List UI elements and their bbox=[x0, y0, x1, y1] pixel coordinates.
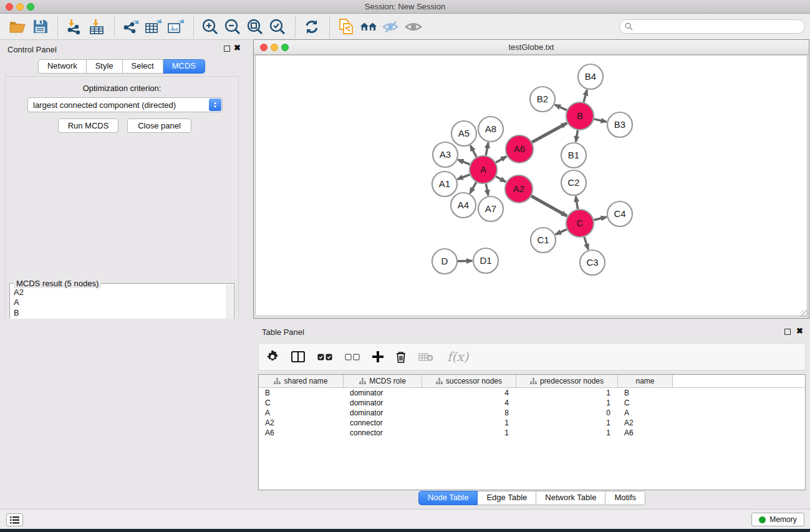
import-table-icon[interactable] bbox=[88, 18, 105, 36]
result-item[interactable]: A2 bbox=[14, 288, 227, 297]
hide-selected-icon[interactable] bbox=[382, 18, 400, 36]
graph-edge-C-C3[interactable] bbox=[584, 237, 588, 249]
graph-node-B3[interactable]: B3 bbox=[607, 112, 632, 137]
graph-node-B4[interactable]: B4 bbox=[578, 64, 603, 89]
graph-node-C2[interactable]: C2 bbox=[561, 170, 586, 195]
table-row[interactable]: Bdominator41B bbox=[259, 388, 805, 398]
table-cell[interactable]: B bbox=[259, 388, 344, 398]
graph-node-A5[interactable]: A5 bbox=[451, 121, 476, 146]
graph-node-C4[interactable]: C4 bbox=[607, 201, 632, 226]
network-canvas[interactable]: B4B2BB3A8A5A6B1A3AC2A1A2A4A7C4CC1DD1C3 bbox=[255, 55, 808, 316]
settings-gear-icon[interactable] bbox=[266, 351, 279, 363]
table-cell[interactable]: A6 bbox=[618, 428, 673, 438]
close-panel-button[interactable]: Close panel bbox=[127, 118, 191, 133]
table-row[interactable]: Adominator80A bbox=[259, 408, 805, 418]
network-window-close-button[interactable] bbox=[260, 44, 268, 51]
zoom-selected-icon[interactable] bbox=[269, 18, 286, 36]
show-columns-icon[interactable] bbox=[291, 351, 305, 362]
open-session-icon[interactable] bbox=[9, 18, 26, 36]
show-all-icon[interactable] bbox=[405, 18, 422, 36]
column-header-name[interactable]: name bbox=[618, 375, 673, 387]
graph-edge-A-A6[interactable] bbox=[496, 157, 506, 163]
table-cell[interactable]: A bbox=[618, 408, 673, 418]
delete-row-icon[interactable] bbox=[396, 351, 406, 363]
graph-edge-B-B2[interactable] bbox=[555, 105, 567, 110]
graph-node-A3[interactable]: A3 bbox=[433, 142, 458, 167]
graph-edge-A-A7[interactable] bbox=[486, 184, 488, 196]
tab-mcds[interactable]: MCDS bbox=[163, 59, 205, 74]
table-cell[interactable]: dominator bbox=[344, 388, 422, 398]
table-cell[interactable]: A2 bbox=[259, 418, 344, 428]
network-window-titlebar[interactable]: testGlobe.txt bbox=[254, 40, 809, 55]
graph-edge-A-A1[interactable] bbox=[458, 175, 470, 179]
tab-style[interactable]: Style bbox=[87, 59, 123, 74]
table-cell[interactable]: 0 bbox=[516, 408, 618, 418]
table-cell[interactable]: A6 bbox=[259, 428, 344, 438]
graph-node-D[interactable]: D bbox=[432, 249, 457, 274]
graph-node-C[interactable]: C bbox=[566, 210, 594, 237]
network-window-zoom-button[interactable] bbox=[281, 44, 289, 51]
export-image-icon[interactable] bbox=[167, 18, 185, 36]
table-cell[interactable]: 1 bbox=[422, 418, 516, 428]
graph-node-A7[interactable]: A7 bbox=[478, 196, 503, 221]
table-cell[interactable]: dominator bbox=[344, 398, 422, 408]
table-row[interactable]: Cdominator41C bbox=[259, 398, 805, 408]
table-tab-edge-table[interactable]: Edge Table bbox=[478, 491, 536, 505]
graph-node-D1[interactable]: D1 bbox=[473, 248, 498, 273]
result-item[interactable]: A bbox=[14, 297, 227, 307]
delete-table-icon[interactable] bbox=[418, 352, 433, 362]
export-table-icon[interactable] bbox=[145, 18, 162, 36]
criterion-dropdown[interactable]: largest connected component (directed) ▲… bbox=[27, 97, 223, 112]
column-header-predecessor-nodes[interactable]: predecessor nodes bbox=[516, 375, 618, 387]
zoom-in-icon[interactable] bbox=[201, 18, 219, 36]
graph-edge-A-A8[interactable] bbox=[486, 143, 488, 156]
table-cell[interactable]: 1 bbox=[422, 428, 516, 438]
graph-node-C3[interactable]: C3 bbox=[580, 250, 605, 275]
table-cell[interactable]: 4 bbox=[422, 388, 516, 398]
table-row[interactable]: A2connector11A2 bbox=[259, 418, 805, 428]
table-cell[interactable]: 1 bbox=[516, 388, 618, 398]
window-close-button[interactable] bbox=[6, 3, 13, 11]
graph-node-A2[interactable]: A2 bbox=[505, 175, 533, 203]
search-field[interactable] bbox=[619, 19, 805, 34]
result-item[interactable]: B bbox=[14, 308, 227, 318]
new-network-from-selection-icon[interactable] bbox=[337, 18, 355, 36]
window-resize-grip[interactable] bbox=[801, 310, 808, 317]
table-cell[interactable]: 1 bbox=[516, 428, 618, 438]
graph-edge-C-C2[interactable] bbox=[576, 196, 577, 210]
column-header-successor-nodes[interactable]: successor nodes bbox=[422, 375, 516, 387]
memory-button[interactable]: Memory bbox=[751, 513, 804, 526]
refresh-icon[interactable] bbox=[303, 18, 321, 36]
graph-node-A4[interactable]: A4 bbox=[451, 193, 476, 218]
graph-node-B1[interactable]: B1 bbox=[561, 143, 586, 168]
tab-network[interactable]: Network bbox=[38, 59, 87, 74]
graph-edge-A-A3[interactable] bbox=[458, 160, 470, 165]
graph-edge-B-B3[interactable] bbox=[594, 119, 606, 122]
graph-node-A6[interactable]: A6 bbox=[506, 135, 533, 163]
export-network-icon[interactable] bbox=[122, 18, 140, 36]
select-all-checkboxes-icon[interactable] bbox=[317, 354, 332, 360]
graph-edge-C-C4[interactable] bbox=[594, 217, 606, 220]
table-cell[interactable]: connector bbox=[344, 418, 422, 428]
graph-edge-B-B4[interactable] bbox=[584, 90, 587, 102]
graph-edge-A-A5[interactable] bbox=[470, 145, 476, 157]
import-network-icon[interactable] bbox=[65, 18, 83, 36]
table-tab-network-table[interactable]: Network Table bbox=[536, 491, 605, 505]
table-cell[interactable]: C bbox=[259, 398, 344, 408]
show-panels-button[interactable] bbox=[6, 513, 23, 526]
graph-node-C1[interactable]: C1 bbox=[531, 228, 556, 253]
graph-edge-A-A4[interactable] bbox=[470, 182, 476, 193]
run-mcds-button[interactable]: Run MCDS bbox=[58, 118, 118, 133]
table-cell[interactable]: A2 bbox=[618, 418, 673, 428]
float-table-panel-icon[interactable] bbox=[784, 329, 791, 335]
close-table-panel-icon[interactable]: ✖ bbox=[796, 327, 803, 336]
graph-node-A8[interactable]: A8 bbox=[478, 117, 503, 142]
table-cell[interactable]: 8 bbox=[422, 408, 516, 418]
network-window-minimize-button[interactable] bbox=[271, 44, 278, 51]
function-builder-icon[interactable]: f(x) bbox=[447, 349, 468, 364]
save-session-icon[interactable] bbox=[31, 18, 49, 36]
first-neighbors-icon[interactable] bbox=[360, 18, 377, 36]
column-header-MCDS-role[interactable]: MCDS role bbox=[344, 375, 422, 387]
float-panel-icon[interactable] bbox=[224, 46, 230, 52]
zoom-fit-icon[interactable] bbox=[246, 18, 264, 36]
